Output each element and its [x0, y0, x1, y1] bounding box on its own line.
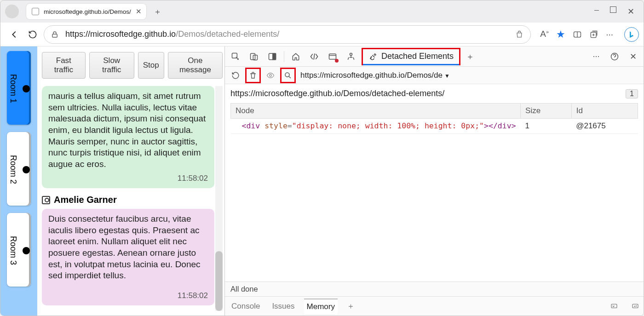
message-body: Duis consectetur faucibus arcu, vitae ia…	[48, 213, 208, 289]
close-icon[interactable]: ✕	[136, 7, 142, 16]
svg-rect-14	[632, 304, 638, 308]
col-size[interactable]: Size	[521, 103, 572, 119]
address-bar: https://microsoftedge.github.io/Demos/de…	[0, 23, 644, 46]
drawer-add-tab[interactable]: ＋	[344, 298, 357, 314]
favorite-icon[interactable]: ★	[556, 29, 565, 40]
dot-icon	[23, 85, 30, 92]
scrollbar[interactable]	[215, 86, 223, 311]
message-sender: Amelie Garner	[42, 195, 223, 205]
stop-button[interactable]: Stop	[138, 52, 164, 79]
page-content: Room 1 Room 2 Room 3 Fast traffic Slow t…	[0, 46, 225, 316]
chat-panel: Fast traffic Slow traffic Stop One messa…	[37, 46, 224, 316]
devtools-panel: Detached Elements ＋ ··· ✕ https://micros…	[225, 46, 644, 316]
browser-tab[interactable]: microsoftedge.github.io/Demos/ ✕	[26, 4, 146, 19]
frame-url-selector[interactable]: https://microsoftedge.github.io/Demos/de…	[300, 71, 450, 80]
svg-rect-7	[273, 53, 276, 59]
minimize-button[interactable]: ─	[594, 6, 599, 17]
refresh-detached-button[interactable]	[228, 68, 243, 83]
split-screen-icon[interactable]	[573, 30, 582, 39]
one-message-button[interactable]: One message	[168, 52, 223, 79]
scrollbar-thumb[interactable]	[215, 251, 223, 311]
device-emulation-icon[interactable]	[245, 48, 263, 65]
inspect-icon[interactable]	[227, 48, 244, 65]
more-icon[interactable]: ···	[587, 48, 605, 65]
close-devtools-button[interactable]: ✕	[624, 48, 642, 65]
svg-point-12	[285, 73, 289, 77]
window-titlebar: microsoftedge.github.io/Demos/ ✕ ＋ ─ ✕	[0, 0, 644, 23]
back-button[interactable]	[5, 25, 23, 44]
message-body: mauris a tellus aliquam, sit amet rutrum…	[48, 91, 208, 172]
message-item: Duis consectetur faucibus arcu, vitae ia…	[42, 209, 214, 305]
col-node[interactable]: Node	[231, 103, 521, 119]
elements-tab-icon[interactable]	[305, 48, 323, 65]
drawer-tab-console[interactable]: Console	[229, 299, 263, 314]
rooms-sidebar: Room 1 Room 2 Room 3	[0, 46, 37, 316]
application-tab-icon[interactable]	[324, 48, 341, 65]
lock-icon	[51, 30, 59, 39]
fast-traffic-button[interactable]: Fast traffic	[42, 52, 86, 79]
address-bar-actions: A» ★ ···	[540, 27, 639, 42]
dot-icon	[23, 166, 30, 173]
tab-title: microsoftedge.github.io/Demos/	[44, 8, 131, 15]
drawer-expand-icon[interactable]	[631, 303, 640, 310]
svg-rect-8	[329, 54, 336, 59]
bing-icon[interactable]	[624, 27, 639, 42]
svg-point-9	[350, 53, 352, 55]
table-row[interactable]: <div style="display: none; width: 100%; …	[231, 119, 638, 134]
content-area: Room 1 Room 2 Room 3 Fast traffic Slow t…	[0, 46, 644, 316]
status-text: All done	[225, 282, 644, 296]
plug-icon	[368, 52, 378, 61]
devtools-drawer: All done Console Issues Memory ＋	[225, 282, 644, 316]
profile-avatar[interactable]	[5, 5, 19, 18]
refresh-button[interactable]	[23, 25, 42, 44]
new-tab-button[interactable]: ＋	[150, 4, 166, 19]
drawer-dock-icon[interactable]	[610, 303, 619, 310]
collections-icon[interactable]	[589, 30, 598, 39]
drawer-tab-memory[interactable]: Memory	[304, 299, 338, 314]
help-icon[interactable]	[606, 48, 623, 65]
svg-point-11	[270, 74, 272, 76]
dot-icon	[23, 247, 30, 254]
room-button-3[interactable]: Room 3	[7, 213, 31, 287]
menu-icon[interactable]: ···	[606, 29, 613, 40]
detached-toolbar: https://microsoftedge.github.io/Demos/de…	[225, 67, 644, 84]
id-cell: @21675	[571, 119, 638, 134]
svg-rect-0	[52, 34, 58, 37]
chevron-down-icon: ▼	[444, 73, 450, 79]
drawer-tabs: Console Issues Memory ＋	[225, 296, 644, 316]
sender-name: Amelie Garner	[54, 195, 117, 205]
message-item: mauris a tellus aliquam, sit amet rutrum…	[42, 86, 214, 188]
welcome-tab-icon[interactable]	[287, 48, 305, 65]
shopping-icon[interactable]	[515, 30, 524, 39]
room-button-1[interactable]: Room 1	[7, 51, 31, 125]
svg-rect-4	[251, 53, 255, 59]
detached-elements-body: https://microsoftedge.github.io/Demos/de…	[225, 84, 644, 282]
url-path: /Demos/detached-elements/	[176, 29, 279, 39]
messages-list[interactable]: mauris a tellus aliquam, sit amet rutrum…	[42, 86, 223, 311]
url-host: https://microsoftedge.github.io	[65, 29, 176, 39]
col-id[interactable]: Id	[571, 103, 638, 119]
room-button-2[interactable]: Room 2	[7, 132, 31, 206]
slow-traffic-button[interactable]: Slow traffic	[89, 52, 134, 79]
tab-label: Detached Elements	[381, 52, 454, 61]
url-input[interactable]: https://microsoftedge.github.io/Demos/de…	[44, 25, 531, 44]
collect-garbage-button[interactable]	[245, 68, 261, 83]
analyze-button[interactable]	[280, 68, 296, 83]
sources-tab-icon[interactable]	[342, 48, 360, 65]
frame-full-url: https://microsoftedge.github.io/Demos/de…	[230, 89, 444, 98]
detached-elements-tab[interactable]: Detached Elements	[362, 48, 460, 65]
read-aloud-icon[interactable]: A»	[540, 29, 549, 39]
size-cell: 1	[521, 119, 572, 134]
close-window-button[interactable]: ✕	[627, 6, 634, 17]
add-tab-button[interactable]: ＋	[461, 48, 479, 65]
page-icon	[32, 8, 39, 15]
window-controls: ─ ✕	[594, 6, 641, 17]
message-time: 11:58:02	[48, 173, 208, 184]
count-badge: 1	[626, 89, 638, 98]
eye-icon[interactable]	[263, 68, 278, 83]
maximize-button[interactable]	[610, 6, 616, 13]
drawer-tab-issues[interactable]: Issues	[269, 299, 297, 314]
dock-icon[interactable]	[264, 48, 281, 65]
detached-table: Node Size Id <div style="display: none; …	[230, 103, 638, 134]
room-label: Room 1	[8, 74, 18, 103]
